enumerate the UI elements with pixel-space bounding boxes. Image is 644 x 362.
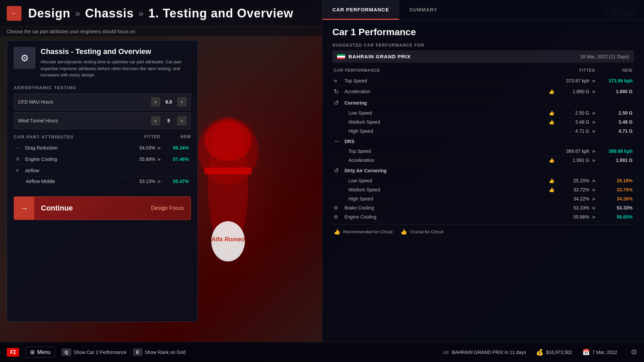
drs-top-arrow: ▶ [593, 149, 596, 154]
da-low-fitted: 25.15% [556, 178, 589, 183]
drag-name: Drag Reduction [25, 145, 130, 150]
panel-title: Chassis - Testing and Overview [41, 47, 191, 56]
grand-prix-row: BAHRAIN GRAND PRIX 18 Mar, 2022 (11 Days… [332, 50, 634, 63]
da-low-new: 25.18% [599, 178, 633, 183]
continue-label: Continue [34, 204, 151, 213]
bahrain-flag-icon [337, 54, 345, 59]
cornering-high-new: 4.71 G [599, 128, 633, 134]
new-header: NEW [622, 68, 633, 73]
attrs-header: CAR PART ATTRIBUTES FITTED NEW [14, 134, 191, 139]
airflow-name: Airflow [25, 168, 133, 173]
da-low-arrow: ▶ [593, 178, 596, 183]
drs-icon: ↔ [334, 138, 342, 145]
gp-left: BAHRAIN GRAND PRIX [337, 54, 411, 59]
calendar-icon: 📅 [582, 349, 590, 356]
cornering-low-arrow: ▶ [593, 111, 596, 115]
legend-recommended: 👍 Recommended for Circuit [334, 229, 392, 235]
settings-button[interactable]: ⚙ [631, 348, 637, 357]
continue-sub: Design Focus [151, 205, 191, 211]
cornering-section-row: ↺ Cornering [332, 97, 634, 109]
acceleration-name: Acceleration [342, 89, 549, 94]
svg-text:Alfa Romeo: Alfa Romeo [211, 236, 245, 243]
panel-description: Allocate aerodynamic testing time to opt… [41, 59, 191, 78]
da-high-new: 34.26% [599, 196, 633, 201]
drs-top-new: 389.68 kph [599, 148, 633, 154]
back-button[interactable]: ← [7, 6, 21, 21]
da-high-fitted: 34.22% [556, 196, 589, 201]
dirty-air-section-row: ↺ Dirty Air Cornering [332, 165, 634, 176]
cornering-name: Cornering [342, 100, 367, 106]
attr-engine-row: ⚙ Engine Cooling 55.89% ▶ 57.46% [14, 154, 191, 165]
cfd-increment-button[interactable]: › [177, 97, 186, 107]
brake-cool-icon: ⚙ [334, 205, 342, 210]
date-item: 📅 7 Mar, 2022 [582, 349, 617, 356]
panel-header-text: Chassis - Testing and Overview Allocate … [41, 47, 191, 78]
breadcrumb-chassis: Chassis [85, 6, 134, 20]
right-content: Car 1 Performance SUGGESTED CAR PERFORMA… [322, 20, 644, 242]
perf-label-header: CAR PERFORMANCE [334, 68, 380, 73]
money-icon: 💰 [536, 349, 543, 356]
cornering-low-row: Low Speed 👍 2.50 G ▶ 2.50 G [332, 109, 634, 118]
perf-acceleration-row: ↻ Acceleration 👍 1.880 G ▶ 1.880 G [332, 86, 634, 97]
cfd-value: 6.0 [160, 99, 177, 105]
breadcrumb-section: 1. Testing and Overview [148, 6, 293, 20]
acceleration-arrow: ▶ [593, 89, 596, 94]
engine-arrow: ▶ [158, 157, 161, 162]
engine-cool2-row: ⚙ Engine Cooling 55.86% ▶ 56.65% [332, 213, 634, 222]
menu-label: Menu [37, 349, 51, 355]
legend-crucial: 👍 Crucial for Circuit [400, 229, 443, 235]
engine-cool2-new: 56.65% [599, 214, 633, 220]
legend-row: 👍 Recommended for Circuit 👍 Crucial for … [332, 224, 634, 235]
top-speed-name: Top Speed [342, 78, 556, 83]
wind-decrement-button[interactable]: ‹ [151, 116, 160, 125]
attr-airflow-mid-row: Airflow Middle 53.13% ▶ 55.47% [14, 177, 191, 186]
shortcut-group: Q Show Car 2 Performance E Show Rank on … [62, 349, 185, 356]
engine-icon: ⚙ [16, 157, 25, 162]
date-text: 7 Mar, 2022 [592, 350, 617, 355]
panel-header: ⚙ Chassis - Testing and Overview Allocat… [14, 47, 191, 78]
wind-slider-row: Wind Tunnel Hours ‹ 5 › [14, 112, 191, 129]
drag-arrow: ▶ [158, 145, 161, 150]
continue-button[interactable]: → Continue Design Focus [14, 196, 191, 220]
brake-cool-name: Brake Cooling [342, 205, 549, 210]
svg-point-2 [205, 121, 252, 161]
cornering-med-new: 3.48 G [599, 119, 633, 125]
wind-label: Wind Tunnel Hours [18, 118, 151, 123]
drs-accel-fitted: 1.991 G [556, 158, 589, 163]
shortcut-grid: E Show Rank on Grid [133, 349, 185, 356]
attrs-columns: FITTED NEW [144, 134, 191, 139]
cfd-decrement-button[interactable]: ‹ [151, 97, 160, 107]
attr-drag-row: ← Drag Reduction 54.03% ▶ 56.34% [14, 142, 191, 154]
gp-info-text: BAHRAIN GRAND PRIX in 11 days [452, 350, 526, 355]
cornering-high-fitted: 4.71 G [556, 128, 589, 134]
fitted-header: FITTED [579, 68, 595, 73]
cornering-low-new: 2.50 G [599, 110, 633, 116]
tab-summary[interactable]: SUMMARY [399, 0, 447, 20]
cfd-label: CFD MAU Hours [18, 99, 151, 105]
cornering-high-row: High Speed 4.71 G ▶ 4.71 G [332, 127, 634, 136]
top-speed-new: 373.99 kph [599, 78, 633, 83]
wind-value: 5 [160, 118, 177, 123]
cornering-med-thumb: 👍 [549, 119, 554, 125]
crucial-label: Crucial for Circuit [410, 229, 443, 234]
engine-cool2-name: Engine Cooling [342, 214, 549, 220]
gp-date: 18 Mar, 2022 (11 Days) [580, 54, 629, 59]
subtitle-text: Choose the car part attributes your engi… [7, 29, 137, 34]
wind-increment-button[interactable]: › [177, 116, 186, 125]
da-med-name: Medium Speed [334, 187, 549, 192]
suggested-label: SUGGESTED CAR PERFORMANCE FOR [332, 43, 634, 48]
brake-cool-fitted: 53.33% [556, 205, 589, 210]
tab-car-performance[interactable]: CAR PERFORMANCE [322, 0, 399, 20]
new-col-label: NEW [180, 134, 191, 139]
cornering-med-name: Medium Speed [334, 119, 549, 125]
da-high-arrow: ▶ [593, 196, 596, 201]
top-speed-arrow: ▶ [593, 78, 596, 83]
tab-summary-label: SUMMARY [409, 7, 437, 12]
drs-accel-arrow: ▶ [593, 158, 596, 163]
dirty-air-icon: ↺ [334, 167, 342, 174]
drs-accel-name: Acceleration [334, 158, 549, 163]
gp-info-item: 🏎 BAHRAIN GRAND PRIX in 11 days [443, 349, 526, 356]
bottom-bar: F1 ⊞ Menu Q Show Car 2 Performance E Sho… [0, 342, 644, 362]
breadcrumb-sep2: » [139, 8, 144, 19]
menu-button[interactable]: ⊞ Menu [26, 347, 55, 358]
